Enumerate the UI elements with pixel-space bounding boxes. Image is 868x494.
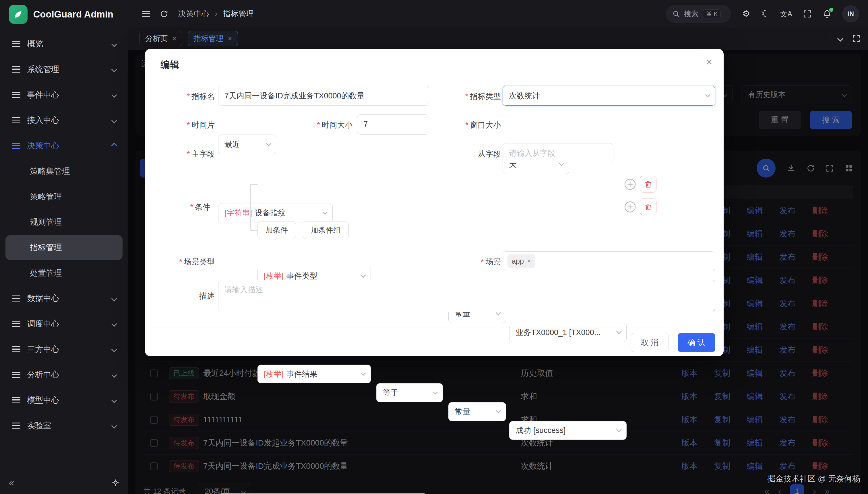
time-size-input[interactable] [357, 114, 429, 134]
sidebar-item-系统管理[interactable]: 系统管理 [5, 57, 123, 82]
menu-icon [12, 422, 20, 429]
indicator-name-input[interactable] [218, 86, 429, 106]
close-tab-icon[interactable]: × [172, 34, 177, 43]
condition-kind-select[interactable]: 常量 [448, 402, 506, 421]
condition-value-select[interactable]: 成功 [success] [509, 421, 627, 440]
chevron-down-icon [111, 346, 117, 352]
sidebar-item-label: 三方中心 [27, 344, 59, 355]
avatar[interactable]: IN [843, 5, 859, 22]
delete-condition-icon[interactable] [640, 176, 657, 192]
menu-icon [12, 41, 20, 47]
sidebar-subitem-处置管理[interactable]: 处置管理 [5, 261, 123, 285]
dark-mode-icon[interactable]: ☾ [761, 10, 769, 18]
from-field-input[interactable] [503, 143, 613, 163]
add-condition-group-button[interactable]: 加条件组 [303, 221, 349, 239]
remove-tag-icon[interactable]: × [527, 257, 531, 265]
fullscreen-icon[interactable] [803, 10, 811, 18]
collapse-sidebar-icon[interactable]: « [9, 477, 14, 488]
sidebar-item-数据中心[interactable]: 数据中心 [5, 286, 123, 311]
edit-modal: 编辑 × 指标名 指标类型 次数统计 时间片 最近 时间大小 窗口大小 天 主字… [145, 49, 723, 356]
search-icon [672, 10, 680, 18]
main-field-select[interactable]: [字符串] 设备指纹 [218, 203, 333, 223]
tab-dropdown-icon[interactable] [837, 36, 844, 42]
notification-bell-icon[interactable] [823, 10, 832, 18]
condition-connector-line [250, 184, 251, 231]
breadcrumb-separator: › [215, 10, 217, 18]
sidebar-item-概览[interactable]: 概览 [5, 32, 123, 57]
time-slice-select[interactable]: 最近 [218, 135, 276, 154]
condition-operator-select[interactable]: 等于 [376, 383, 443, 402]
close-tab-icon[interactable]: × [228, 34, 232, 43]
sidebar-item-事件中心[interactable]: 事件中心 [5, 82, 123, 107]
tabbar: 分析页 × 指标管理 × [128, 27, 868, 50]
menu-icon [12, 143, 20, 149]
pin-icon[interactable] [112, 479, 119, 487]
menu-icon [12, 92, 20, 98]
condition-label: 条件 [145, 202, 210, 212]
sidebar-item-模型中心[interactable]: 模型中心 [5, 388, 123, 413]
sidebar-item-三方中心[interactable]: 三方中心 [5, 337, 123, 362]
chevron-up-icon [111, 143, 117, 149]
sidebar-subitem-策略集管理[interactable]: 策略集管理 [5, 159, 123, 184]
chevron-down-icon [111, 41, 117, 47]
condition-connector-line [250, 184, 257, 185]
search-placeholder: 搜索 [684, 9, 698, 19]
tab-indicator-management[interactable]: 指标管理 × [188, 31, 238, 46]
sidebar-item-label: 事件中心 [27, 90, 59, 100]
scene-label: 场景 [435, 257, 501, 267]
add-condition-icon[interactable] [624, 201, 636, 213]
modal-title: 编辑 [161, 58, 179, 72]
sidebar-subitem-策略管理[interactable]: 策略管理 [5, 184, 123, 209]
sidebar-item-分析中心[interactable]: 分析中心 [5, 362, 123, 387]
search-shortcut: ⌘ K [703, 10, 721, 18]
sidebar-item-label: 决策中心 [27, 140, 59, 151]
menu-icon [12, 117, 20, 124]
gear-icon[interactable]: ⚙ [742, 10, 750, 18]
sidebar-item-决策中心[interactable]: 决策中心 [5, 133, 123, 158]
from-field-label: 从字段 [435, 149, 501, 159]
global-search-input[interactable]: 搜索 ⌘ K [666, 5, 732, 23]
add-condition-button[interactable]: 加条件 [257, 221, 296, 239]
menu-icon [12, 346, 20, 352]
brand: CoolGuard Admin [0, 0, 128, 29]
confirm-button[interactable]: 确 认 [678, 333, 715, 352]
refresh-icon[interactable] [160, 10, 168, 18]
indicator-type-label: 指标类型 [435, 91, 501, 101]
watermark: 掘金技术社区 @ 无奈何杨 [768, 473, 860, 484]
chevron-down-icon [111, 296, 117, 301]
menu-icon [12, 321, 20, 327]
tab-analysis[interactable]: 分析页 × [140, 31, 182, 46]
sidebar-item-实验室[interactable]: 实验室 [5, 413, 123, 438]
topbar: 决策中心 › 指标管理 搜索 ⌘ K ⚙ ☾ 文A IN [128, 0, 868, 27]
condition-value-select[interactable]: 业务TX0000_1 [TX000... [509, 323, 627, 342]
condition-field-select[interactable]: [枚举] 事件结果 [257, 365, 371, 383]
app-window: CoolGuard Admin 概览系统管理事件中心接入中心决策中心策略集管理策… [0, 0, 868, 494]
add-condition-icon[interactable] [624, 178, 636, 190]
content-fullscreen-icon[interactable] [852, 35, 860, 42]
sidebar-footer: « [0, 471, 128, 494]
main-field-label: 主字段 [145, 149, 215, 159]
sidebar-subitem-规则管理[interactable]: 规则管理 [5, 210, 123, 235]
translate-icon[interactable]: 文A [780, 9, 792, 19]
sidebar-item-调度中心[interactable]: 调度中心 [5, 311, 123, 337]
breadcrumb-parent[interactable]: 决策中心 [178, 8, 209, 19]
sidebar-nav: 概览系统管理事件中心接入中心决策中心策略集管理策略管理规则管理指标管理处置管理数… [0, 29, 128, 471]
sidebar-item-label: 实验室 [27, 420, 51, 431]
breadcrumb: 决策中心 › 指标管理 [178, 8, 254, 19]
breadcrumb-current[interactable]: 指标管理 [223, 8, 254, 19]
cancel-button[interactable]: 取 消 [631, 333, 669, 352]
menu-icon [12, 296, 20, 302]
indicator-type-select[interactable]: 次数统计 [503, 86, 715, 106]
description-textarea[interactable] [218, 280, 715, 312]
scene-type-label: 场景类型 [145, 257, 215, 267]
description-label: 描述 [145, 291, 215, 301]
notification-dot [829, 8, 833, 12]
menu-toggle-icon[interactable] [142, 11, 150, 17]
delete-condition-icon[interactable] [640, 198, 657, 215]
sidebar-subitem-指标管理[interactable]: 指标管理 [5, 235, 123, 260]
condition-connector-line [244, 207, 257, 207]
scene-tag-input[interactable]: app × [503, 251, 715, 271]
sidebar-item-接入中心[interactable]: 接入中心 [5, 108, 123, 133]
close-icon[interactable]: × [706, 57, 713, 68]
chevron-down-icon [111, 372, 117, 378]
